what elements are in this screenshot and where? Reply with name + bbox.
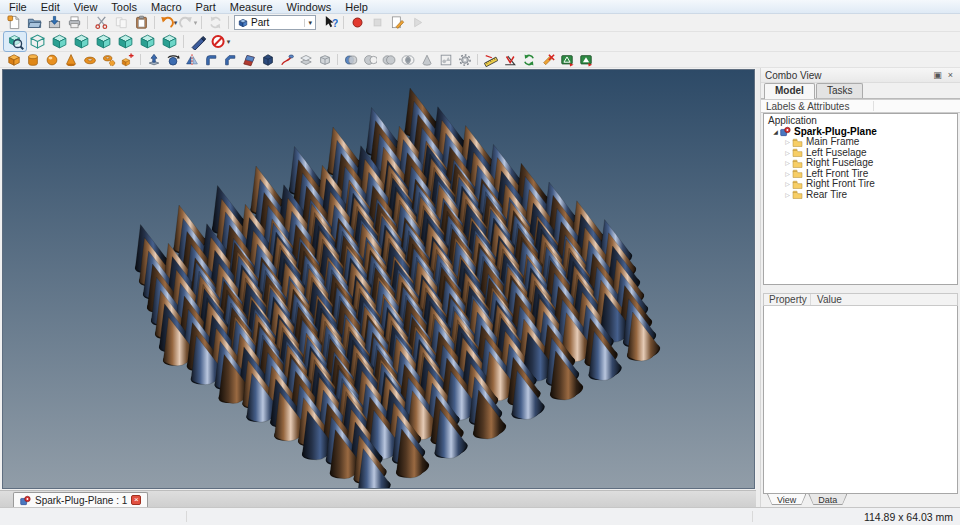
- toolbar-button-cone[interactable]: [61, 52, 80, 67]
- menu-tools[interactable]: Tools: [104, 0, 144, 14]
- toolbar-button-box[interactable]: [4, 52, 23, 67]
- toolbar-button-view-right[interactable]: [92, 32, 114, 51]
- toolbar-button-measure-angular[interactable]: [500, 52, 519, 67]
- toolbar-button-shape-builder[interactable]: [118, 52, 137, 67]
- toolbar-button-create-primitives[interactable]: [99, 52, 118, 67]
- toolbar-button-toggle-delta[interactable]: [576, 52, 595, 67]
- expand-arrow-icon[interactable]: ▷: [783, 190, 792, 201]
- viewport-canvas[interactable]: [3, 70, 754, 488]
- toolbar-button-view-rear[interactable]: [114, 32, 136, 51]
- toolbar-button-compound[interactable]: [436, 52, 455, 67]
- toolbar-button-union[interactable]: [379, 52, 398, 67]
- tab-view[interactable]: View: [767, 494, 806, 505]
- toolbar-button-refresh-measurement[interactable]: [519, 52, 538, 67]
- combo-view-panel: Combo View ▣ × ModelTasks Labels & Attri…: [760, 68, 960, 507]
- menu-help[interactable]: Help: [338, 0, 375, 14]
- dropdown-arrow-icon[interactable]: ▾: [227, 38, 231, 46]
- toolbar-button-measure-distance[interactable]: [187, 32, 209, 51]
- toolbar-button-mirror[interactable]: [182, 52, 201, 67]
- toolbar-button-sphere[interactable]: [42, 52, 61, 67]
- freecad-window: FileEditViewToolsMacroPartMeasureWindows…: [0, 0, 960, 525]
- property-panel-body[interactable]: [763, 306, 958, 494]
- toolbar-button-view-front[interactable]: [48, 32, 70, 51]
- toolbar-button-axonometric[interactable]: [26, 32, 48, 51]
- toolbar-button-offset[interactable]: [296, 52, 315, 67]
- tree-item-document[interactable]: ◢ Spark-Plug-Plane: [764, 127, 957, 138]
- toolbar-button-fillet[interactable]: [201, 52, 220, 67]
- toolbar-button-extrude[interactable]: [144, 52, 163, 67]
- folder-icon: [792, 147, 804, 158]
- toolbar-button-intersection[interactable]: [398, 52, 417, 67]
- menu-view[interactable]: View: [67, 0, 105, 14]
- tree-item-rear-tire[interactable]: ▷Rear Tire: [764, 190, 957, 201]
- toolbar-separator: [337, 54, 338, 65]
- toolbar-button-loft[interactable]: [258, 52, 277, 67]
- close-panel-icon[interactable]: ×: [945, 70, 956, 80]
- menu-file[interactable]: File: [2, 0, 34, 14]
- dropdown-arrow-icon[interactable]: ▾: [174, 19, 178, 27]
- menu-windows[interactable]: Windows: [280, 0, 339, 14]
- toolbar-button-clipping-plane[interactable]: ▾: [209, 32, 231, 51]
- main-3d-viewport[interactable]: [2, 69, 755, 489]
- toolbar-button-torus[interactable]: [80, 52, 99, 67]
- menu-part[interactable]: Part: [189, 0, 223, 14]
- dropdown-arrow-icon[interactable]: ▾: [194, 19, 198, 27]
- toolbar-button-compound-tools[interactable]: [455, 52, 474, 67]
- toolbar-button-measure-linear[interactable]: [481, 52, 500, 67]
- toolbar-button-redo[interactable]: ▾: [178, 14, 198, 31]
- menu-measure[interactable]: Measure: [223, 0, 280, 14]
- tree-item-main-frame[interactable]: ▷Main Frame: [764, 137, 957, 148]
- toolbar-button-ruled-surface[interactable]: [239, 52, 258, 67]
- toolbar-button-stop[interactable]: [367, 14, 387, 31]
- toolbar-button-boolean[interactable]: [341, 52, 360, 67]
- toolbar-button-connect[interactable]: [417, 52, 436, 67]
- toolbar-button-macro-edit[interactable]: [387, 14, 407, 31]
- workbench-selector[interactable]: Part ▾: [234, 15, 316, 30]
- toolbar-button-print[interactable]: [64, 14, 84, 31]
- toolbar-button-copy[interactable]: [111, 14, 131, 31]
- expand-arrow-icon[interactable]: ▷: [783, 148, 792, 159]
- toolbar-button-save[interactable]: [44, 14, 64, 31]
- close-tab-icon[interactable]: ×: [131, 495, 141, 505]
- expand-arrow-icon[interactable]: ▷: [783, 179, 792, 190]
- toolbar-button-view-top[interactable]: [70, 32, 92, 51]
- toolbar-button-thickness[interactable]: [315, 52, 334, 67]
- expand-arrow-icon[interactable]: ▷: [783, 158, 792, 169]
- menu-macro[interactable]: Macro: [144, 0, 189, 14]
- menu-edit[interactable]: Edit: [34, 0, 67, 14]
- toolbar-button-open[interactable]: [24, 14, 44, 31]
- toolbar-button-clear-measurement[interactable]: [538, 52, 557, 67]
- toolbar-button-sweep[interactable]: [277, 52, 296, 67]
- toolbar-button-record[interactable]: [347, 14, 367, 31]
- tree-item-right-front-tire[interactable]: ▷Right Front Tire: [764, 179, 957, 190]
- toolbar-button-cylinder[interactable]: [23, 52, 42, 67]
- tab-tasks[interactable]: Tasks: [816, 83, 864, 98]
- toolbar-button-undo[interactable]: ▾: [158, 14, 178, 31]
- toolbar-button-new[interactable]: [4, 14, 24, 31]
- toolbar-button-paste[interactable]: [131, 14, 151, 31]
- toolbar-button-refresh[interactable]: [205, 14, 225, 31]
- float-panel-icon[interactable]: ▣: [930, 70, 945, 80]
- toolbar-button-revolve[interactable]: [163, 52, 182, 67]
- toolbar-button-play[interactable]: [407, 14, 427, 31]
- toolbar-button-view-bottom[interactable]: [136, 32, 158, 51]
- toolbar-button-fit-all[interactable]: [4, 32, 26, 51]
- toolbar-button-whatsthis[interactable]: ?: [320, 14, 340, 31]
- expand-arrow-icon[interactable]: ◢: [771, 127, 780, 138]
- toolbar-button-chamfer[interactable]: [220, 52, 239, 67]
- chevron-down-icon: ▾: [304, 19, 312, 27]
- tab-data[interactable]: Data: [808, 494, 847, 505]
- tree-item-right-fuselage[interactable]: ▷Right Fuselage: [764, 158, 957, 169]
- expand-arrow-icon[interactable]: ▷: [783, 169, 792, 180]
- expand-arrow-icon[interactable]: ▷: [783, 137, 792, 148]
- tab-model[interactable]: Model: [764, 83, 815, 99]
- toolbar-button-cut[interactable]: [91, 14, 111, 31]
- toolbar-button-view-left[interactable]: [158, 32, 180, 51]
- status-dimensions: 114.89 x 64.03 mm: [864, 511, 953, 523]
- document-tab-bar: Spark-Plug-Plane : 1×: [0, 490, 756, 507]
- toolbar-button-cut-bool[interactable]: [360, 52, 379, 67]
- tree-item-application[interactable]: Application: [764, 116, 957, 127]
- toolbar-button-toggle-3d[interactable]: [557, 52, 576, 67]
- document-tab[interactable]: Spark-Plug-Plane : 1×: [13, 492, 148, 507]
- value-column-header: Value: [810, 294, 842, 305]
